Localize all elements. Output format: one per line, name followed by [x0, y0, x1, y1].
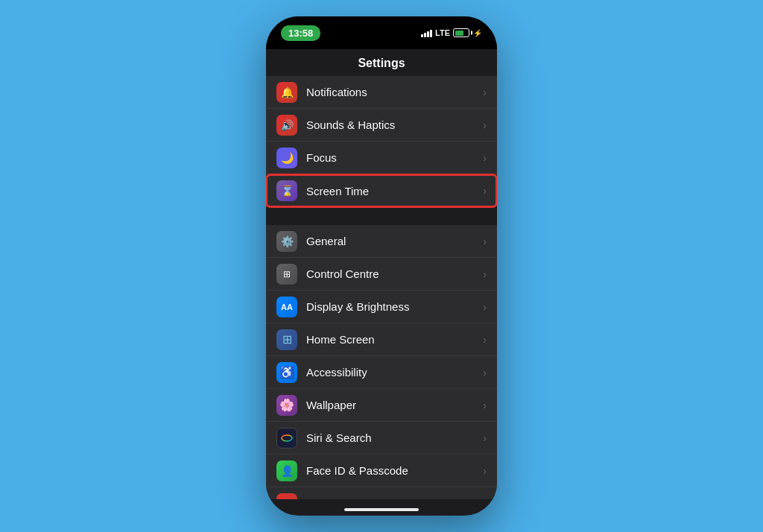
sos-icon: SOS [276, 493, 297, 500]
settings-item-display[interactable]: AA Display & Brightness › [266, 291, 497, 323]
face-id-chevron: › [483, 465, 487, 477]
lte-badge: LTE [435, 28, 450, 37]
settings-item-face-id[interactable]: 👤 Face ID & Passcode › [266, 455, 497, 487]
siri-chevron: › [483, 432, 487, 444]
focus-chevron: › [483, 152, 487, 164]
siri-label: Siri & Search [306, 431, 483, 444]
sounds-label: Sounds & Haptics [306, 118, 483, 131]
face-id-label: Face ID & Passcode [306, 464, 483, 477]
charging-icon: ⚡ [473, 29, 482, 37]
screen-time-chevron: › [483, 185, 487, 197]
settings-item-home-screen[interactable]: ⊞ Home Screen › [266, 323, 497, 356]
screen-time-icon: ⌛ [276, 180, 297, 201]
general-label: General [306, 235, 483, 247]
section-2: ⚙️ General › ⊞ Control Centre › AA Displ… [266, 225, 497, 499]
sounds-chevron: › [483, 119, 487, 131]
svg-point-0 [282, 435, 292, 441]
home-indicator [344, 508, 419, 511]
accessibility-label: Accessibility [306, 366, 483, 379]
sounds-icon: 🔊 [276, 115, 297, 136]
display-icon: AA [276, 297, 297, 317]
wallpaper-chevron: › [483, 399, 487, 411]
status-icons: LTE ⚡ [421, 28, 482, 37]
battery-status-icon [453, 28, 469, 37]
status-bar: 13:58 LTE ⚡ [266, 16, 497, 49]
settings-item-sounds[interactable]: 🔊 Sounds & Haptics › [266, 109, 497, 142]
control-centre-chevron: › [483, 268, 487, 280]
signal-bars [421, 28, 432, 37]
face-id-icon: 👤 [276, 460, 297, 481]
settings-item-accessibility[interactable]: ♿ Accessibility › [266, 356, 497, 389]
status-time: 13:58 [281, 25, 320, 41]
settings-item-wallpaper[interactable]: 🌸 Wallpaper › [266, 389, 497, 422]
sos-chevron: › [483, 498, 487, 500]
settings-item-screen-time[interactable]: ⌛ Screen Time › [266, 174, 497, 207]
accessibility-chevron: › [483, 367, 487, 379]
home-screen-icon: ⊞ [276, 329, 297, 350]
control-centre-icon: ⊞ [276, 264, 297, 285]
wallpaper-icon: 🌸 [276, 395, 297, 416]
phone-frame: 13:58 LTE ⚡ Settings 🔔 Notifications › [266, 16, 497, 516]
general-icon: ⚙️ [276, 231, 297, 252]
notifications-label: Notifications [306, 86, 483, 98]
section-1: 🔔 Notifications › 🔊 Sounds & Haptics › 🌙… [266, 76, 497, 207]
settings-item-siri[interactable]: Siri & Search › [266, 422, 497, 455]
settings-item-control-centre[interactable]: ⊞ Control Centre › [266, 258, 497, 291]
sos-label: Emergency SOS [306, 497, 483, 499]
display-label: Display & Brightness [306, 300, 483, 313]
settings-list: 🔔 Notifications › 🔊 Sounds & Haptics › 🌙… [266, 76, 497, 499]
siri-icon [276, 428, 297, 449]
display-chevron: › [483, 301, 487, 313]
wallpaper-label: Wallpaper [306, 399, 483, 411]
focus-icon: 🌙 [276, 148, 297, 168]
control-centre-label: Control Centre [306, 267, 483, 280]
settings-item-notifications[interactable]: 🔔 Notifications › [266, 76, 497, 109]
page-title: Settings [266, 49, 497, 76]
settings-item-sos[interactable]: SOS Emergency SOS › [266, 487, 497, 499]
settings-item-focus[interactable]: 🌙 Focus › [266, 142, 497, 174]
notifications-icon: 🔔 [276, 82, 297, 103]
screen-time-label: Screen Time [306, 185, 483, 197]
accessibility-icon: ♿ [276, 362, 297, 383]
general-chevron: › [483, 235, 487, 247]
section-gap [266, 209, 497, 225]
home-screen-label: Home Screen [306, 333, 483, 346]
focus-label: Focus [306, 151, 483, 164]
notifications-chevron: › [483, 86, 487, 98]
settings-item-general[interactable]: ⚙️ General › [266, 225, 497, 258]
home-screen-chevron: › [483, 334, 487, 346]
